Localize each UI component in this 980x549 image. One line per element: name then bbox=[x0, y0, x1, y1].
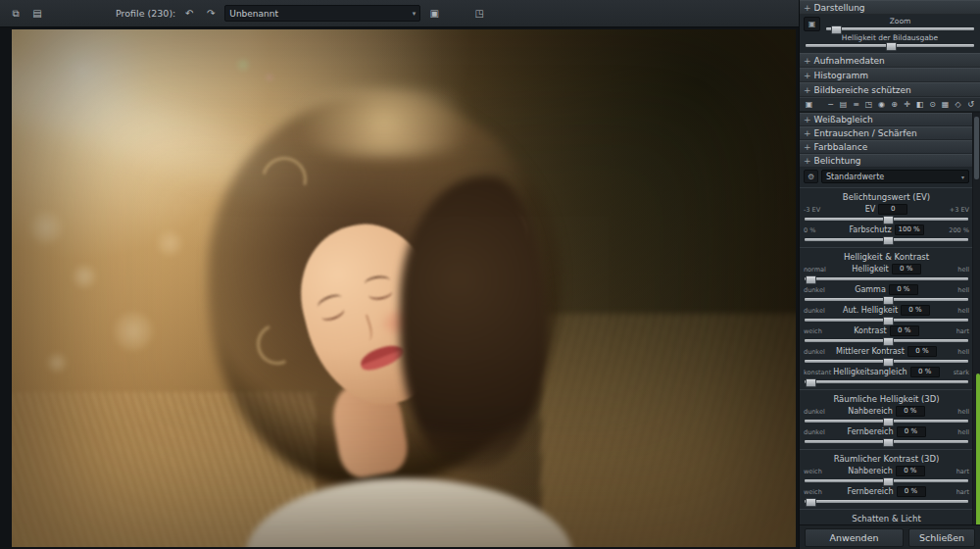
slider-handle[interactable] bbox=[883, 236, 894, 245]
module-preset-row: ⚙Standardwerte▾ bbox=[800, 168, 973, 185]
collapse-all-icon[interactable]: − bbox=[825, 100, 836, 109]
brush-icon[interactable]: ✛ bbox=[902, 100, 912, 109]
slider-handle[interactable] bbox=[883, 317, 894, 325]
module-label: Farbbalance bbox=[814, 142, 868, 152]
slider-label: Nahbereich bbox=[848, 467, 893, 475]
target-icon[interactable]: ⊕ bbox=[889, 100, 900, 109]
external-window-icon[interactable]: ◳ bbox=[471, 6, 487, 21]
module-header-belichtung[interactable]: +Belichtung bbox=[800, 154, 973, 168]
slider-track[interactable] bbox=[805, 500, 968, 503]
module-label: Entrauschen / Schärfen bbox=[814, 128, 917, 138]
slider-value-field[interactable]: 0 % bbox=[892, 264, 921, 274]
slider-kontrast[interactable]: weichhartKontrast0 % bbox=[803, 325, 970, 346]
list-icon[interactable]: ≡ bbox=[851, 100, 861, 109]
slider-track[interactable] bbox=[805, 440, 968, 443]
expand-icon: + bbox=[804, 85, 811, 95]
slider-track[interactable] bbox=[805, 360, 968, 363]
slider-handle[interactable] bbox=[883, 337, 894, 346]
slider-handle[interactable] bbox=[883, 216, 894, 225]
section-header-protect-areas[interactable]: + Bildbereiche schützen bbox=[800, 82, 980, 97]
slider-handle[interactable] bbox=[806, 498, 816, 507]
pin-icon[interactable]: ◉ bbox=[876, 100, 887, 109]
slider-value-field[interactable]: 0 % bbox=[889, 284, 918, 295]
photo-canvas[interactable] bbox=[12, 29, 796, 547]
slider-label: Helligkeit bbox=[852, 265, 888, 274]
save-profile-icon[interactable]: ▣ bbox=[426, 6, 442, 21]
snapshot-icon[interactable]: ◳ bbox=[863, 100, 874, 109]
slider-handle[interactable] bbox=[883, 296, 894, 305]
slider-track[interactable] bbox=[805, 277, 968, 280]
slider-value-field[interactable]: 0 % bbox=[896, 406, 925, 417]
slider-caption: EV0 bbox=[803, 204, 970, 215]
slider-track[interactable] bbox=[805, 298, 968, 301]
slider-value-field[interactable]: 0 % bbox=[890, 325, 919, 336]
slider-handle[interactable] bbox=[806, 378, 816, 387]
picker-icon[interactable]: ⊙ bbox=[927, 100, 938, 109]
copy-settings-icon[interactable]: ⧉ bbox=[8, 6, 24, 21]
module-header-wei-abgleich[interactable]: +Weißabgleich bbox=[800, 113, 973, 126]
slider-handle[interactable] bbox=[886, 42, 897, 51]
slider-value-field[interactable]: 0 % bbox=[897, 486, 926, 497]
section-header-histogram[interactable]: + Histogramm bbox=[800, 68, 980, 82]
gear-icon[interactable]: ⚙ bbox=[804, 170, 818, 183]
slider-track[interactable] bbox=[805, 238, 968, 241]
slider-helligkeitsangleich[interactable]: konstantstarkHelligkeitsangleich0 % bbox=[803, 367, 970, 387]
panel-view-icon[interactable]: ▣ bbox=[804, 100, 814, 109]
reset-icon[interactable]: ↺ bbox=[965, 100, 976, 109]
slider-track[interactable] bbox=[805, 319, 968, 322]
slider-track[interactable] bbox=[805, 218, 968, 221]
zoom-slider[interactable]: Zoom bbox=[824, 17, 976, 33]
section-header-display[interactable]: + Darstellung bbox=[800, 0, 980, 15]
slider-handle[interactable] bbox=[883, 438, 894, 447]
grid-icon[interactable]: ▦ bbox=[940, 100, 951, 109]
slider-handle[interactable] bbox=[883, 358, 894, 367]
module-header-farbbalance[interactable]: +Farbbalance bbox=[800, 140, 973, 154]
preset-dropdown[interactable]: Standardwerte▾ bbox=[821, 170, 969, 183]
paste-settings-icon[interactable]: ▤ bbox=[29, 6, 45, 21]
slider-track[interactable] bbox=[826, 27, 974, 30]
module-header-entrauschen-sch-rfen[interactable]: +Entrauschen / Schärfen bbox=[800, 126, 973, 140]
slider-aut-helligkeit[interactable]: dunkelhellAut. Helligkeit0 % bbox=[803, 305, 970, 325]
slider-label: Kontrast bbox=[854, 326, 886, 335]
slider-value-field[interactable]: 0 % bbox=[907, 346, 937, 357]
slider-farbschutz[interactable]: 0 %200 %Farbschutz100 % bbox=[803, 225, 970, 245]
slider-value-field[interactable]: 0 % bbox=[897, 426, 926, 437]
slider-value-field[interactable]: 0 % bbox=[901, 305, 930, 316]
slider-value-field[interactable]: 0 bbox=[878, 204, 907, 215]
undo-icon[interactable]: ↶ bbox=[181, 6, 197, 21]
slider-handle[interactable] bbox=[883, 418, 894, 426]
gradient-icon[interactable]: ◇ bbox=[953, 100, 963, 109]
slider-mittlerer-kontrast[interactable]: dunkelhellMittlerer Kontrast0 % bbox=[803, 346, 970, 367]
preview-thumbnail-icon[interactable]: ▣ bbox=[804, 17, 820, 31]
slider-track[interactable] bbox=[805, 479, 968, 482]
slider-label: Helligkeitsangleich bbox=[833, 368, 906, 376]
slider-helligkeit[interactable]: normalhellHelligkeit0 % bbox=[803, 264, 970, 284]
slider-handle[interactable] bbox=[883, 477, 894, 486]
slider-caption: Mittlerer Kontrast0 % bbox=[803, 346, 970, 357]
redo-icon[interactable]: ↷ bbox=[203, 6, 219, 21]
active-region-indicator bbox=[976, 374, 980, 524]
scrollbar-thumb[interactable] bbox=[974, 117, 979, 179]
slider-value-field[interactable]: 100 % bbox=[895, 225, 924, 235]
slider-track[interactable] bbox=[806, 44, 974, 47]
slider-track[interactable] bbox=[805, 339, 968, 342]
slider-track[interactable] bbox=[805, 420, 968, 423]
slider-ev[interactable]: -3 EV+3 EVEV0 bbox=[803, 204, 970, 225]
slider-label: Gamma bbox=[855, 285, 886, 294]
slider-track[interactable] bbox=[805, 380, 968, 383]
slider-gamma[interactable]: dunkelhellGamma0 % bbox=[803, 284, 970, 305]
slider-nahbereich[interactable]: weichhartNahbereich0 % bbox=[803, 466, 970, 486]
output-brightness-slider[interactable]: Helligkeit der Bildausgabe bbox=[804, 33, 976, 50]
mask-icon[interactable]: ◧ bbox=[914, 100, 925, 109]
profile-preset-dropdown[interactable]: Unbenannt ▾ bbox=[224, 5, 420, 22]
slider-value-field[interactable]: 0 % bbox=[910, 367, 940, 377]
close-button[interactable]: Schließen bbox=[908, 528, 975, 547]
slider-value-field[interactable]: 0 % bbox=[896, 466, 925, 476]
slider-fernbereich[interactable]: dunkelhellFernbereich0 % bbox=[803, 426, 970, 447]
apply-button[interactable]: Anwenden bbox=[805, 528, 904, 547]
slider-nahbereich[interactable]: dunkelhellNahbereich0 % bbox=[803, 406, 970, 426]
slider-fernbereich[interactable]: weichhartFernbereich0 % bbox=[803, 486, 970, 507]
section-header-capture-data[interactable]: + Aufnahmedaten bbox=[800, 53, 980, 68]
slider-handle[interactable] bbox=[806, 275, 816, 284]
sliders-icon[interactable]: ▤ bbox=[838, 100, 849, 109]
